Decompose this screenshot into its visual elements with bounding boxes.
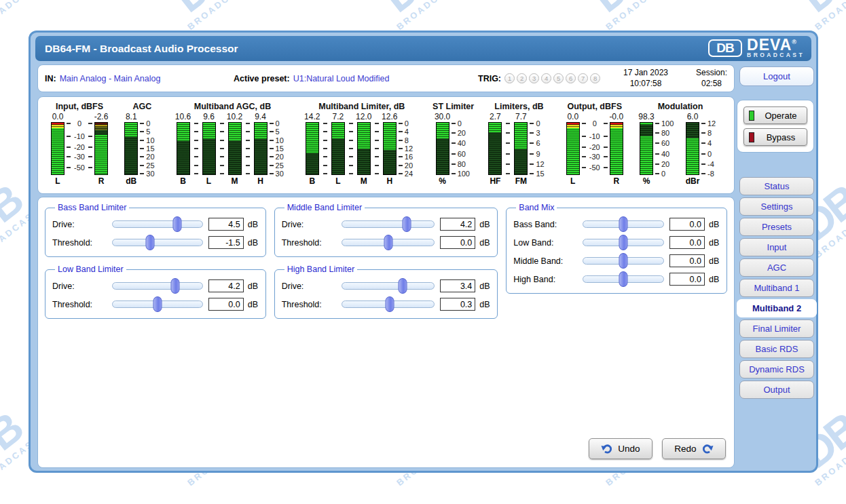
sidebar-item-multiband-2[interactable]: Multiband 2 (737, 299, 817, 317)
scale-tick: 8 (701, 129, 723, 137)
low-band-limiter-drive-slider-thumb[interactable] (171, 278, 180, 294)
middle-band-limiter-drive-slider-thumb[interactable] (402, 216, 411, 232)
middle-band-limiter-threshold-value-input[interactable]: 0.0 (440, 236, 475, 249)
band-mix-bass-band-value-input[interactable]: 0.0 (669, 218, 705, 231)
meter-col: 2.7HF (486, 112, 504, 186)
tick-dash (582, 123, 586, 124)
sidebar-item-multiband-1[interactable]: Multiband 1 (739, 279, 814, 297)
low-band-limiter-drive-value-input[interactable]: 4.2 (208, 279, 244, 292)
sidebar-item-presets[interactable]: Presets (739, 218, 814, 236)
tick-dash (67, 147, 71, 148)
sidebar-item-dynamic-rds[interactable]: Dynamic RDS (739, 360, 814, 379)
band-mix-high-band-slider[interactable] (583, 275, 664, 283)
trig-button-7[interactable]: 7 (578, 73, 588, 83)
trig-button-5[interactable]: 5 (553, 73, 564, 83)
scale-tick: 0 (67, 119, 92, 128)
middle-band-limiter-threshold-slider-thumb[interactable] (384, 235, 392, 250)
meter-peak-value: 0.0 (567, 112, 578, 122)
band-mix-low-band-slider[interactable] (583, 239, 664, 246)
page: DBBROADCASTDBBROADCASTDBBROADCASTDBBROAD… (0, 0, 846, 504)
high-band-limiter-threshold-value-input[interactable]: 0.3 (440, 298, 475, 311)
low-band-limiter-threshold-slider-thumb[interactable] (153, 296, 162, 312)
logo-broadcast-word: BROADCAST (747, 52, 805, 58)
trig-button-1[interactable]: 1 (504, 73, 515, 83)
scale-tick: 40 (452, 139, 473, 147)
meter-zone-dark (384, 150, 396, 174)
tick-dash (220, 156, 224, 157)
middle-band-limiter-drive-unit-label: dB (475, 220, 490, 229)
trig-button-4[interactable]: 4 (541, 73, 551, 83)
scale-label: -30 (74, 153, 85, 161)
middle-band-limiter-drive-slider[interactable] (342, 220, 435, 228)
scale-tick: -30 (582, 153, 608, 161)
meter-bar-m (228, 122, 242, 175)
bass-band-limiter-threshold-slider-thumb[interactable] (146, 235, 155, 250)
bass-band-limiter-drive-slider[interactable] (112, 220, 203, 228)
meter-bar-frame (122, 122, 140, 175)
high-band-limiter-threshold-slider[interactable] (342, 301, 435, 308)
low-band-limiter-drive-slider[interactable] (112, 282, 203, 290)
operate-button[interactable]: Operate (743, 106, 807, 124)
trig-button-6[interactable]: 6 (566, 73, 576, 83)
band-mix-middle-band-slider[interactable] (583, 257, 664, 265)
sidebar-item-output[interactable]: Output (739, 381, 814, 399)
bass-band-limiter-threshold-value-input[interactable]: -1.5 (208, 236, 244, 249)
trig-button-8[interactable]: 8 (590, 73, 600, 83)
trig-button-3[interactable]: 3 (529, 73, 539, 83)
band-mix-low-band-value-input[interactable]: 0.0 (669, 236, 705, 249)
scale-tick: 30 (270, 170, 291, 178)
scale-tick (347, 148, 355, 149)
trig-label: TRIG: (478, 74, 501, 83)
trig-button-2[interactable]: 2 (517, 73, 527, 83)
low-band-limiter-drive-row: Drive:4.2dB (52, 277, 259, 295)
band-mix-high-band-slider-thumb[interactable] (619, 271, 628, 287)
scale-tick: 4 (399, 128, 420, 136)
tick-dash (701, 123, 705, 124)
app-window: DB64-FM - Broadcast Audio Processor DB D… (29, 31, 818, 473)
scale-label: -20 (74, 143, 85, 151)
redo-button[interactable]: Redo (662, 438, 726, 459)
high-band-limiter-threshold-slider-thumb[interactable] (386, 296, 394, 312)
meter-ticks (244, 122, 252, 175)
scale-tick: 30 (140, 170, 162, 178)
middle-band-limiter-threshold-slider[interactable] (342, 239, 435, 246)
meter-bar-label: R (613, 175, 619, 186)
high-band-limiter-drive-slider[interactable] (342, 282, 435, 290)
tick-dash (452, 123, 456, 124)
sidebar-item-basic-rds[interactable]: Basic RDS (739, 340, 814, 358)
meter-peak-value: -0.0 (609, 112, 623, 122)
sidebar-item-final-limiter[interactable]: Final Limiter (739, 319, 814, 338)
scale-label: 0 (536, 119, 540, 128)
high-band-limiter-drive-slider-thumb[interactable] (399, 278, 407, 294)
sidebar-item-status[interactable]: Status (739, 177, 814, 195)
scale-tick (373, 140, 381, 141)
band-mix-bass-band-slider[interactable] (583, 220, 664, 228)
meter-col: 6.0dBr (684, 112, 701, 186)
meter-ticks (218, 122, 226, 175)
low-band-limiter-threshold-value-input[interactable]: 0.0 (208, 298, 244, 311)
bass-band-limiter-drive-slider-thumb[interactable] (172, 216, 181, 232)
high-band-limiter-drive-value-input[interactable]: 3.4 (440, 279, 475, 292)
meter-ticks (192, 122, 200, 175)
sidebar-item-settings[interactable]: Settings (739, 197, 814, 216)
bass-band-limiter-threshold-slider[interactable] (112, 239, 203, 246)
band-mix-high-band-value-input[interactable]: 0.0 (669, 273, 705, 286)
undo-button[interactable]: Undo (589, 438, 652, 459)
bass-band-limiter-drive-value-input[interactable]: 4.5 (208, 218, 244, 231)
sidebar-item-input[interactable]: Input (739, 238, 814, 256)
low-band-limiter-threshold-slider[interactable] (112, 301, 203, 308)
deva-watermark-logo: DBBROADCAST (788, 0, 846, 32)
band-mix-middle-band-value-input[interactable]: 0.0 (669, 254, 705, 267)
middle-band-limiter-drive-value-input[interactable]: 4.2 (440, 218, 475, 231)
tick-dash (246, 148, 250, 149)
meter-bar-frame (252, 122, 270, 175)
tick-dash (530, 173, 534, 174)
band-mix-middle-band-slider-thumb[interactable] (619, 253, 628, 269)
band-mix-bass-band-slider-thumb[interactable] (619, 216, 628, 232)
bypass-button[interactable]: Bypass (743, 128, 807, 146)
band-mix-low-band-slider-thumb[interactable] (619, 235, 628, 250)
meter-zone-green (332, 123, 344, 138)
tick-dash (655, 153, 659, 155)
sidebar-item-agc[interactable]: AGC (739, 258, 814, 277)
logout-button[interactable]: Logout (739, 66, 814, 86)
